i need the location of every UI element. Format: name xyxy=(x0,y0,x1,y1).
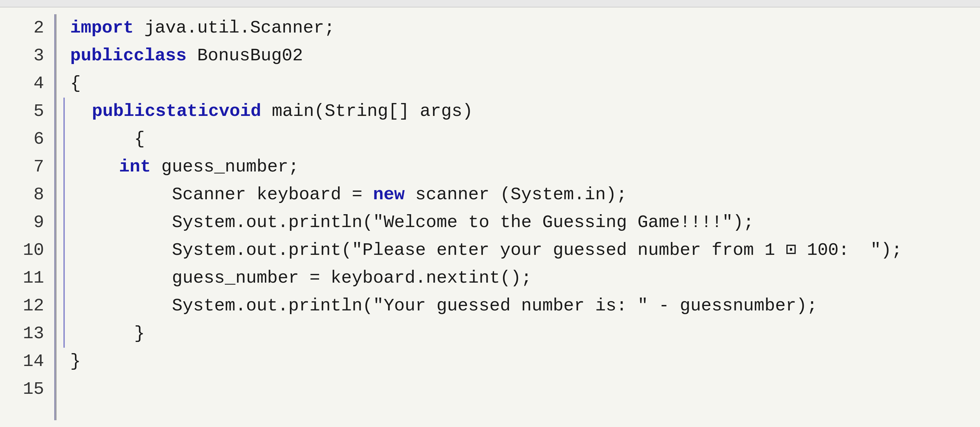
code-line-6: { xyxy=(64,125,980,153)
code-line-11: guess_number = keyboard.nextint(); xyxy=(64,264,980,292)
line-number-15: 15 xyxy=(20,376,44,403)
line-number-4: 4 xyxy=(20,70,44,98)
line-number-3: 3 xyxy=(20,42,44,70)
code-line-12: System.out.println("Your guessed number … xyxy=(64,292,980,320)
line-number-12: 12 xyxy=(20,292,44,320)
code-area: 23456789101112131415 import java.util.Sc… xyxy=(0,8,980,427)
code-line-2: import java.util.Scanner; xyxy=(64,14,980,42)
code-line-15 xyxy=(64,376,980,403)
line-number-11: 11 xyxy=(20,264,44,292)
line-number-13: 13 xyxy=(20,320,44,348)
code-line-13: } xyxy=(64,320,980,348)
line-number-8: 8 xyxy=(20,181,44,209)
code-editor: 23456789101112131415 import java.util.Sc… xyxy=(0,0,980,427)
code-line-3: public class BonusBug02 xyxy=(64,42,980,70)
code-line-14: } xyxy=(64,348,980,376)
line-number-14: 14 xyxy=(20,348,44,376)
top-bar xyxy=(0,0,980,8)
line-number-9: 9 xyxy=(20,209,44,237)
code-line-5: public static void main(String[] args) xyxy=(64,98,980,125)
line-number-7: 7 xyxy=(20,153,44,181)
code-line-8: Scanner keyboard = new scanner (System.i… xyxy=(64,181,980,209)
code-lines: import java.util.Scanner;public class Bo… xyxy=(56,14,980,420)
code-line-7: int guess_number; xyxy=(64,153,980,181)
line-number-6: 6 xyxy=(20,125,44,153)
line-number-5: 5 xyxy=(20,98,44,125)
line-number-10: 10 xyxy=(20,237,44,264)
code-line-10: System.out.print("Please enter your gues… xyxy=(64,237,980,264)
line-number-2: 2 xyxy=(20,14,44,42)
code-line-9: System.out.println("Welcome to the Guess… xyxy=(64,209,980,237)
line-numbers: 23456789101112131415 xyxy=(0,14,54,420)
code-line-4: { xyxy=(64,70,980,98)
